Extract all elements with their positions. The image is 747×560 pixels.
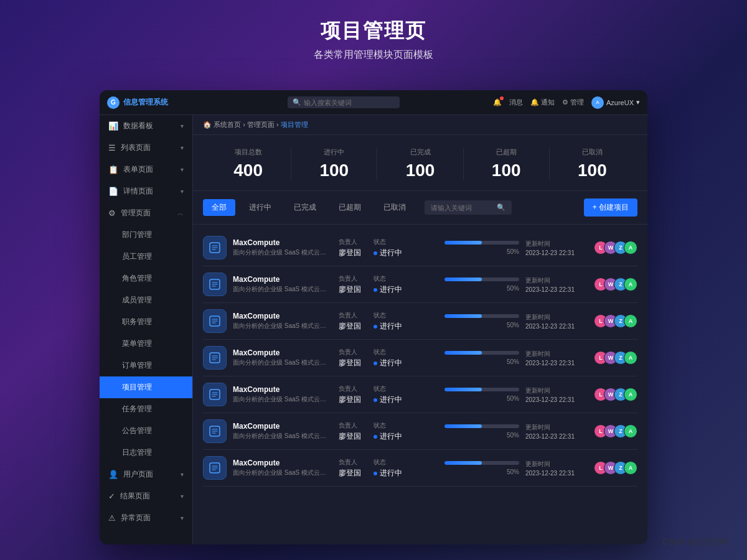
- header-user[interactable]: A AzureUX ▾: [591, 96, 640, 109]
- status-value: 进行中: [374, 248, 402, 258]
- sidebar-item-manage[interactable]: ⚙管理页面 ︿: [100, 202, 192, 224]
- progress-bar: [444, 388, 519, 391]
- owner-label: 负责人: [339, 385, 361, 393]
- status-group: 状态 进行中: [374, 385, 402, 405]
- header-notify[interactable]: 🔔 通知: [530, 98, 555, 107]
- progress-section: 50%: [444, 351, 519, 365]
- owner-group: 负责人 廖登国: [339, 385, 361, 405]
- update-section: 更新时间 2023-12-23 22:31: [525, 276, 588, 293]
- sidebar-item-user[interactable]: 👤用户页面 ▾: [100, 464, 192, 485]
- member-avatars: LWZA: [594, 278, 637, 291]
- owner-value: 廖登国: [339, 284, 361, 295]
- owner-group: 负责人 廖登国: [339, 238, 361, 258]
- global-search-input[interactable]: [304, 99, 391, 106]
- owner-label: 负责人: [339, 348, 361, 357]
- sidebar-item-notice[interactable]: 公告管理: [100, 420, 192, 442]
- owner-label: 负责人: [339, 274, 361, 283]
- header-search-area: 🔍: [194, 96, 493, 108]
- stat-label-cancelled: 已取消: [550, 147, 635, 157]
- sidebar-item-form[interactable]: 📋表单页面 ▾: [100, 159, 192, 180]
- progress-section: 50%: [444, 241, 519, 255]
- tab-overdue[interactable]: 已超期: [330, 199, 370, 216]
- sidebar-item-job[interactable]: 职务管理: [100, 311, 192, 333]
- progress-fill: [444, 278, 482, 281]
- owner-value: 廖登国: [339, 248, 361, 258]
- update-time: 2023-12-23 22:31: [525, 323, 588, 330]
- create-project-button[interactable]: + 创建项目: [584, 198, 637, 217]
- status-group: 状态 进行中: [374, 421, 402, 442]
- progress-bar: [444, 424, 519, 428]
- tab-done[interactable]: 已完成: [285, 199, 325, 216]
- project-logo: [203, 383, 227, 406]
- tab-inprogress[interactable]: 进行中: [240, 199, 280, 216]
- update-label: 更新时间: [525, 350, 588, 358]
- status-label: 状态: [374, 274, 402, 283]
- sidebar-item-error[interactable]: ⚠异常页面 ▾: [100, 507, 192, 529]
- progress-bar: [444, 278, 519, 281]
- stat-done: 已完成 100: [377, 147, 463, 180]
- branding: CSDN @天天打码: [662, 536, 728, 548]
- notification-bell[interactable]: 🔔: [493, 98, 502, 106]
- sidebar-item-role[interactable]: 角色管理: [100, 268, 192, 289]
- sidebar-item-order[interactable]: 订单管理: [100, 355, 192, 376]
- header-msg[interactable]: 消息: [509, 98, 523, 107]
- stat-value-inprogress: 100: [291, 161, 377, 180]
- status-value: 进行中: [374, 394, 402, 405]
- update-label: 更新时间: [525, 423, 588, 432]
- status-label: 状态: [374, 238, 402, 246]
- status-label: 状态: [374, 458, 402, 467]
- sidebar-item-menu[interactable]: 菜单管理: [100, 333, 192, 355]
- user-avatar: A: [591, 96, 604, 109]
- project-logo: [203, 309, 227, 333]
- logo-icon: G: [107, 96, 120, 109]
- sidebar-item-project[interactable]: 项目管理: [100, 376, 192, 398]
- project-meta: 负责人 廖登国 状态 进行中: [339, 458, 438, 478]
- app-body: 📊数据看板 ▾ ☰列表页面 ▾ 📋表单页面 ▾ 📄详情页面 ▾ ⚙管理页面 ︿ …: [100, 115, 647, 544]
- main-content: 🏠 系统首页 › 管理页面 › 项目管理 项目总数 400 进行中 100 已完…: [193, 115, 647, 544]
- sidebar-item-dashboard[interactable]: 📊数据看板 ▾: [100, 115, 192, 137]
- progress-section: 50%: [444, 461, 519, 475]
- project-desc: 面向分析的企业级 SaaS 模式云数据仓库: [233, 248, 329, 257]
- project-logo: [203, 419, 227, 443]
- progress-bar: [444, 241, 519, 245]
- project-logo: [203, 273, 227, 296]
- sidebar-item-list[interactable]: ☰列表页面 ▾: [100, 137, 192, 159]
- progress-section: 50%: [444, 314, 519, 329]
- project-logo: [203, 236, 227, 259]
- sidebar-item-result[interactable]: ✓结果页面 ▾: [100, 485, 192, 507]
- owner-value: 廖登国: [339, 431, 361, 442]
- tab-cancelled[interactable]: 已取消: [375, 199, 415, 216]
- project-item: MaxCompute 面向分析的企业级 SaaS 模式云数据仓库 负责人 廖登国…: [203, 266, 637, 303]
- project-meta: 负责人 廖登国 状态 进行中: [339, 421, 438, 442]
- project-logo: [203, 346, 227, 370]
- sidebar-item-member[interactable]: 成员管理: [100, 289, 192, 311]
- sidebar-item-dept[interactable]: 部门管理: [100, 224, 192, 246]
- sidebar-item-task[interactable]: 任务管理: [100, 398, 192, 420]
- manage-icon: ⚙: [108, 208, 116, 218]
- app-header: G 信息管理系统 🔍 🔔 消息 🔔 通知 ⚙ 管理 A AzureUX ▾: [100, 90, 647, 115]
- progress-pct: 50%: [507, 322, 519, 329]
- username: AzureUX: [606, 99, 634, 106]
- project-search-input[interactable]: [431, 204, 493, 212]
- chevron-icon: ▾: [181, 188, 184, 195]
- project-search-box[interactable]: 🔍: [425, 200, 512, 215]
- member-avatar: A: [624, 314, 637, 328]
- sidebar-item-log[interactable]: 日志管理: [100, 442, 192, 464]
- header-manage[interactable]: ⚙ 管理: [562, 98, 584, 107]
- project-desc: 面向分析的企业级 SaaS 模式云数据仓库: [233, 322, 329, 330]
- stat-value-cancelled: 100: [550, 161, 635, 180]
- owner-label: 负责人: [339, 311, 361, 320]
- project-item: MaxCompute 面向分析的企业级 SaaS 模式云数据仓库 负责人 廖登国…: [203, 340, 637, 376]
- progress-bar: [444, 314, 519, 318]
- owner-group: 负责人 廖登国: [339, 421, 361, 442]
- tab-all[interactable]: 全部: [203, 199, 235, 216]
- page-hero: 项目管理页 各类常用管理模块页面模板: [0, 0, 747, 74]
- member-avatar: A: [624, 388, 637, 401]
- chevron-icon: ▾: [181, 123, 184, 129]
- status-group: 状态 进行中: [374, 458, 402, 478]
- owner-value: 廖登国: [339, 321, 361, 332]
- global-search-box[interactable]: 🔍: [288, 96, 400, 108]
- sidebar-item-staff[interactable]: 员工管理: [100, 246, 192, 268]
- owner-group: 负责人 廖登国: [339, 274, 361, 295]
- sidebar-item-detail[interactable]: 📄详情页面 ▾: [100, 180, 192, 202]
